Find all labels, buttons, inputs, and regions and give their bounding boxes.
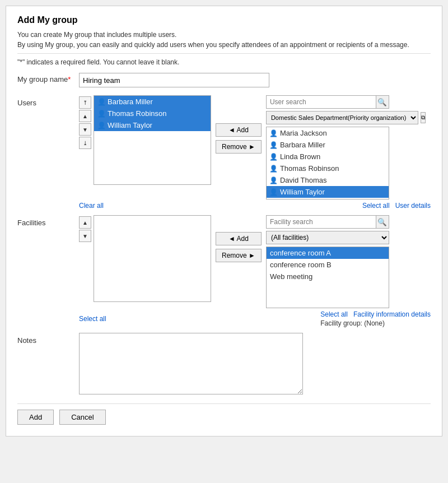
user-icon: 👤	[270, 153, 278, 161]
facility-group-info: Facility group: (None)	[320, 319, 431, 327]
facilities-two-panel: ▲ ▼ ◄ Add Remove ► 🔍	[79, 215, 431, 308]
footer-buttons: Add Cancel	[17, 403, 431, 425]
users-right-panel: 🔍 Domestic Sales Department(Priority org…	[266, 95, 389, 199]
users-sort-buttons: ⤒ ▲ ▼ ⤓	[79, 95, 91, 149]
cancel-button[interactable]: Cancel	[59, 410, 105, 425]
notes-label: Notes	[17, 333, 79, 345]
facilities-right-links: Select all Facility information details	[320, 310, 431, 318]
user-name: Barbara Miller	[280, 141, 325, 149]
facilities-right-info: Select all Facility information details …	[172, 310, 431, 327]
sort-down-button[interactable]: ▼	[79, 123, 91, 136]
user-icon: 👤	[270, 165, 278, 173]
required-note: "*" indicates a required field. You cann…	[17, 58, 431, 66]
facilities-mid-buttons: ◄ Add Remove ►	[211, 215, 266, 262]
users-two-panel: ⤒ ▲ ▼ ⤓ 👤 Barbara Miller 👤 Thomas Robins…	[79, 95, 431, 199]
users-label: Users	[17, 95, 79, 107]
users-right-links: Select all User details	[211, 202, 431, 210]
copy-button[interactable]: ⧉	[421, 112, 426, 123]
sort-up-button[interactable]: ▲	[79, 110, 91, 122]
list-item[interactable]: 👤 Linda Brown	[267, 151, 389, 162]
user-search-button[interactable]: 🔍	[376, 95, 389, 109]
list-item[interactable]: 👤 Thomas Robinson	[94, 108, 211, 119]
users-remove-button[interactable]: Remove ►	[216, 140, 262, 154]
users-content: ⤒ ▲ ▼ ⤓ 👤 Barbara Miller 👤 Thomas Robins…	[79, 95, 431, 210]
facilities-select-all-right-button[interactable]: Select all	[320, 310, 348, 318]
facilities-search-row: 🔍	[266, 215, 389, 229]
facility-name: conference room A	[270, 249, 331, 257]
sort-top-button[interactable]: ⤒	[79, 96, 91, 109]
list-item[interactable]: Web meeting	[267, 271, 389, 282]
users-section: Users ⤒ ▲ ▼ ⤓ 👤 Barbara Miller	[17, 95, 431, 210]
facilities-sort-buttons: ▲ ▼	[79, 215, 91, 242]
user-icon: 👤	[97, 122, 105, 129]
facilities-remove-button[interactable]: Remove ►	[216, 249, 262, 262]
page-container: Add My group You can create My group tha…	[6, 6, 442, 436]
user-icon: 👤	[270, 188, 278, 196]
facilities-add-button[interactable]: ◄ Add	[216, 232, 262, 245]
group-name-row: My group name*	[17, 73, 431, 87]
user-icon: 👤	[270, 177, 278, 184]
facilities-content: ▲ ▼ ◄ Add Remove ► 🔍	[79, 215, 431, 327]
list-item[interactable]: 👤 David Thomas	[267, 174, 389, 186]
user-name: David Thomas	[280, 176, 327, 184]
user-icon: 👤	[270, 129, 278, 137]
facilities-search-results[interactable]: conference room A conference room B Web …	[266, 247, 389, 308]
user-icon: 👤	[97, 110, 105, 118]
facility-name: conference room B	[270, 261, 332, 269]
notes-textarea[interactable]	[79, 333, 303, 394]
fac-sort-down-button[interactable]: ▼	[79, 230, 91, 242]
user-icon: 👤	[270, 141, 278, 149]
users-mid-buttons: ◄ Add Remove ►	[211, 95, 266, 154]
users-bottom-links: Clear all Select all User details	[79, 202, 431, 210]
users-selected-list[interactable]: 👤 Barbara Miller 👤 Thomas Robinson 👤 Wil…	[94, 95, 211, 185]
users-left-panel: ⤒ ▲ ▼ ⤓ 👤 Barbara Miller 👤 Thomas Robins…	[79, 95, 211, 185]
facilities-bottom-links: Select all Select all Facility informati…	[79, 310, 431, 327]
user-name: Thomas Robinson	[108, 109, 167, 118]
list-item[interactable]: 👤 William Taylor	[94, 119, 211, 131]
users-clear-all-button[interactable]: Clear all	[79, 202, 104, 210]
user-name: William Taylor	[280, 188, 325, 196]
facility-name: Web meeting	[270, 272, 312, 281]
department-select[interactable]: Domestic Sales Department(Priority organ…	[266, 111, 418, 124]
sort-bottom-button[interactable]: ⤓	[79, 137, 91, 149]
list-item[interactable]: 👤 Thomas Robinson	[267, 162, 389, 174]
intro-line2: By using My group, you can easily and qu…	[17, 41, 431, 49]
list-item[interactable]: conference room B	[267, 259, 389, 271]
facility-search-input[interactable]	[266, 215, 376, 229]
facilities-filter-select[interactable]: (All facilities)	[266, 231, 389, 244]
users-select-all-button[interactable]: Select all	[362, 202, 390, 210]
add-button[interactable]: Add	[17, 410, 54, 425]
user-icon: 👤	[97, 98, 105, 106]
facilities-left-panel: ▲ ▼	[79, 215, 211, 302]
required-star: *	[68, 75, 71, 83]
list-item[interactable]: 👤 William Taylor	[267, 186, 389, 198]
intro-line1: You can create My group that includes mu…	[17, 31, 431, 39]
notes-content	[79, 333, 431, 394]
user-details-button[interactable]: User details	[395, 202, 431, 210]
list-item[interactable]: 👤 Barbara Miller	[267, 139, 389, 151]
users-add-button[interactable]: ◄ Add	[216, 123, 262, 137]
user-name: Barbara Miller	[108, 97, 153, 106]
facilities-section: Facilities ▲ ▼ ◄ Add Remove ►	[17, 215, 431, 327]
notes-section: Notes	[17, 333, 431, 394]
users-search-row: 🔍	[266, 95, 389, 109]
user-search-input[interactable]	[266, 95, 376, 109]
list-item[interactable]: conference room A	[267, 247, 389, 259]
users-search-results[interactable]: 👤 Maria Jackson 👤 Barbara Miller 👤 Linda…	[266, 127, 389, 199]
department-row: Domestic Sales Department(Priority organ…	[266, 111, 389, 124]
list-item[interactable]: 👤 Barbara Miller	[94, 96, 211, 108]
group-name-input[interactable]	[79, 73, 269, 87]
user-name: Maria Jackson	[280, 129, 327, 137]
facility-info-button[interactable]: Facility information details	[353, 310, 431, 318]
facility-search-button[interactable]: 🔍	[376, 215, 389, 229]
facilities-select-all-left-button[interactable]: Select all	[79, 310, 106, 327]
group-name-label: My group name*	[17, 73, 79, 83]
facilities-right-panel: 🔍 (All facilities) conference room A con…	[266, 215, 389, 308]
page-title: Add My group	[17, 15, 431, 25]
list-item[interactable]: 👤 Maria Jackson	[267, 127, 389, 139]
user-name: Linda Brown	[280, 152, 320, 161]
facilities-selected-list[interactable]	[94, 215, 211, 302]
facilities-label: Facilities	[17, 215, 79, 227]
user-name: William Taylor	[108, 121, 152, 129]
fac-sort-up-button[interactable]: ▲	[79, 216, 91, 229]
